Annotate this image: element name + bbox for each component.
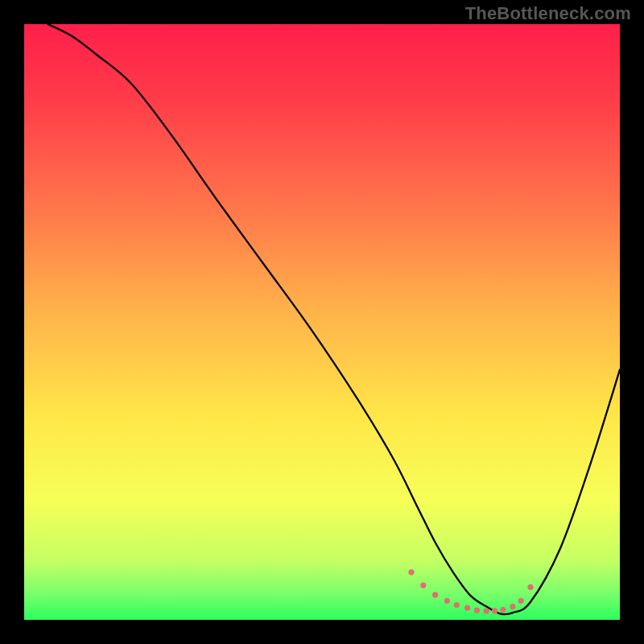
highlight-dot bbox=[500, 607, 506, 613]
highlight-dot bbox=[474, 608, 480, 613]
highlight-dot bbox=[510, 604, 515, 609]
highlight-dot bbox=[454, 602, 460, 608]
highlight-dot bbox=[408, 569, 414, 575]
plot-background bbox=[24, 24, 620, 620]
highlight-dot bbox=[464, 605, 470, 611]
bottleneck-chart bbox=[0, 0, 644, 644]
highlight-dot bbox=[432, 592, 438, 597]
watermark-text: TheBottleneck.com bbox=[465, 3, 631, 24]
highlight-dot bbox=[484, 608, 489, 613]
highlight-dot bbox=[492, 608, 497, 613]
highlight-dot bbox=[420, 582, 426, 588]
highlight-dot bbox=[444, 598, 450, 604]
highlight-dot bbox=[518, 598, 524, 604]
highlight-dot bbox=[527, 584, 533, 590]
chart-frame: TheBottleneck.com bbox=[0, 0, 644, 644]
